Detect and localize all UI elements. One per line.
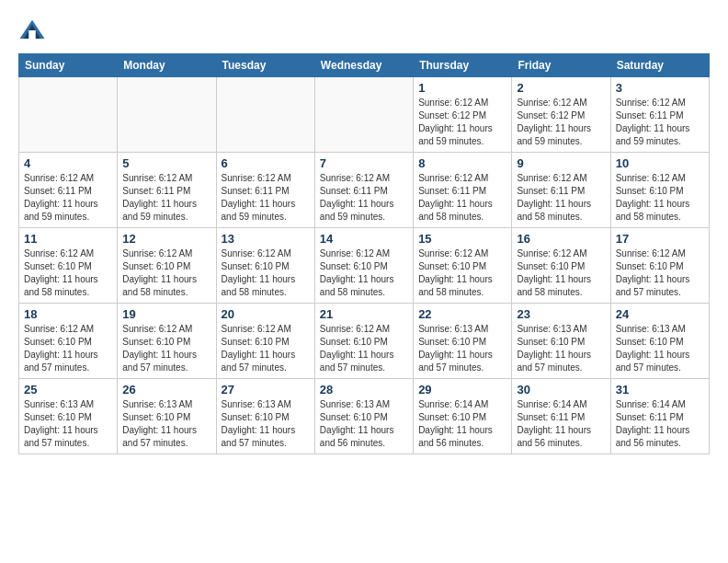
calendar-cell (314, 77, 413, 153)
day-number: 9 (517, 156, 605, 170)
calendar-cell (19, 77, 118, 153)
day-number: 27 (222, 383, 310, 396)
calendar-cell: 24Sunrise: 6:13 AMSunset: 6:10 PMDayligh… (610, 304, 709, 379)
cell-info: Sunrise: 6:12 AMSunset: 6:10 PMDaylight:… (222, 247, 310, 299)
calendar-cell: 18Sunrise: 6:12 AMSunset: 6:10 PMDayligh… (19, 304, 118, 379)
cell-info: Sunrise: 6:12 AMSunset: 6:10 PMDaylight:… (517, 247, 605, 299)
calendar-cell: 4Sunrise: 6:12 AMSunset: 6:11 PMDaylight… (19, 153, 118, 228)
cell-info: Sunrise: 6:12 AMSunset: 6:11 PMDaylight:… (320, 172, 408, 224)
day-number: 7 (320, 156, 408, 170)
calendar-cell (216, 77, 314, 153)
calendar-cell: 21Sunrise: 6:12 AMSunset: 6:10 PMDayligh… (314, 304, 413, 379)
cell-info: Sunrise: 6:12 AMSunset: 6:10 PMDaylight:… (320, 323, 408, 374)
cell-info: Sunrise: 6:12 AMSunset: 6:11 PMDaylight:… (24, 172, 112, 224)
calendar-cell: 14Sunrise: 6:12 AMSunset: 6:10 PMDayligh… (314, 228, 413, 304)
day-number: 12 (122, 232, 210, 246)
calendar-cell: 1Sunrise: 6:12 AMSunset: 6:12 PMDaylight… (414, 77, 512, 153)
day-number: 13 (222, 232, 310, 246)
calendar-cell: 25Sunrise: 6:13 AMSunset: 6:10 PMDayligh… (19, 379, 118, 454)
cell-info: Sunrise: 6:12 AMSunset: 6:10 PMDaylight:… (122, 323, 210, 374)
day-header-sunday: Sunday (19, 54, 118, 77)
cell-info: Sunrise: 6:13 AMSunset: 6:10 PMDaylight:… (517, 323, 605, 374)
day-header-monday: Monday (118, 54, 216, 77)
calendar-cell (118, 77, 216, 153)
header (18, 17, 710, 44)
cell-info: Sunrise: 6:13 AMSunset: 6:10 PMDaylight:… (616, 323, 704, 374)
cell-info: Sunrise: 6:12 AMSunset: 6:11 PMDaylight:… (616, 97, 704, 148)
calendar-cell: 5Sunrise: 6:12 AMSunset: 6:11 PMDaylight… (118, 153, 216, 228)
cell-info: Sunrise: 6:12 AMSunset: 6:10 PMDaylight:… (122, 247, 210, 299)
week-row-2: 4Sunrise: 6:12 AMSunset: 6:11 PMDaylight… (19, 153, 710, 228)
cell-info: Sunrise: 6:13 AMSunset: 6:10 PMDaylight:… (222, 398, 310, 450)
cell-info: Sunrise: 6:12 AMSunset: 6:10 PMDaylight:… (418, 247, 506, 299)
logo (18, 17, 50, 44)
day-number: 23 (517, 307, 605, 321)
calendar-cell: 31Sunrise: 6:14 AMSunset: 6:11 PMDayligh… (610, 379, 709, 454)
day-number: 16 (517, 232, 605, 246)
week-row-5: 25Sunrise: 6:13 AMSunset: 6:10 PMDayligh… (19, 379, 710, 454)
calendar-cell: 26Sunrise: 6:13 AMSunset: 6:10 PMDayligh… (118, 379, 216, 454)
day-number: 30 (517, 383, 605, 396)
week-row-1: 1Sunrise: 6:12 AMSunset: 6:12 PMDaylight… (19, 77, 710, 153)
calendar-cell: 11Sunrise: 6:12 AMSunset: 6:10 PMDayligh… (19, 228, 118, 304)
logo-icon (18, 17, 46, 44)
calendar-cell: 10Sunrise: 6:12 AMSunset: 6:10 PMDayligh… (610, 153, 709, 228)
calendar-cell: 27Sunrise: 6:13 AMSunset: 6:10 PMDayligh… (216, 379, 314, 454)
day-header-wednesday: Wednesday (314, 54, 413, 77)
calendar-cell: 13Sunrise: 6:12 AMSunset: 6:10 PMDayligh… (216, 228, 314, 304)
day-number: 1 (418, 81, 506, 95)
calendar-cell: 28Sunrise: 6:13 AMSunset: 6:10 PMDayligh… (314, 379, 413, 454)
cell-info: Sunrise: 6:13 AMSunset: 6:10 PMDaylight:… (320, 398, 408, 450)
day-header-thursday: Thursday (414, 54, 512, 77)
day-header-saturday: Saturday (610, 54, 709, 77)
cell-info: Sunrise: 6:12 AMSunset: 6:11 PMDaylight:… (222, 172, 310, 224)
calendar-cell: 23Sunrise: 6:13 AMSunset: 6:10 PMDayligh… (512, 304, 610, 379)
day-number: 29 (418, 383, 506, 396)
calendar-cell: 29Sunrise: 6:14 AMSunset: 6:10 PMDayligh… (414, 379, 512, 454)
cell-info: Sunrise: 6:12 AMSunset: 6:10 PMDaylight:… (320, 247, 408, 299)
cell-info: Sunrise: 6:14 AMSunset: 6:11 PMDaylight:… (616, 398, 704, 450)
day-number: 10 (616, 156, 704, 170)
cell-info: Sunrise: 6:12 AMSunset: 6:11 PMDaylight:… (122, 172, 210, 224)
calendar-cell: 6Sunrise: 6:12 AMSunset: 6:11 PMDaylight… (216, 153, 314, 228)
day-number: 21 (320, 307, 408, 321)
week-row-4: 18Sunrise: 6:12 AMSunset: 6:10 PMDayligh… (19, 304, 710, 379)
cell-info: Sunrise: 6:12 AMSunset: 6:10 PMDaylight:… (616, 172, 704, 224)
calendar-cell: 20Sunrise: 6:12 AMSunset: 6:10 PMDayligh… (216, 304, 314, 379)
cell-info: Sunrise: 6:12 AMSunset: 6:10 PMDaylight:… (616, 247, 704, 299)
day-number: 31 (616, 383, 704, 396)
cell-info: Sunrise: 6:14 AMSunset: 6:11 PMDaylight:… (517, 398, 605, 450)
calendar-cell: 8Sunrise: 6:12 AMSunset: 6:11 PMDaylight… (414, 153, 512, 228)
calendar-cell: 2Sunrise: 6:12 AMSunset: 6:12 PMDaylight… (512, 77, 610, 153)
day-header-friday: Friday (512, 54, 610, 77)
calendar-cell: 15Sunrise: 6:12 AMSunset: 6:10 PMDayligh… (414, 228, 512, 304)
calendar-cell: 16Sunrise: 6:12 AMSunset: 6:10 PMDayligh… (512, 228, 610, 304)
day-number: 28 (320, 383, 408, 396)
day-number: 19 (122, 307, 210, 321)
cell-info: Sunrise: 6:12 AMSunset: 6:10 PMDaylight:… (222, 323, 310, 374)
cell-info: Sunrise: 6:13 AMSunset: 6:10 PMDaylight:… (122, 398, 210, 450)
day-header-tuesday: Tuesday (216, 54, 314, 77)
calendar-cell: 17Sunrise: 6:12 AMSunset: 6:10 PMDayligh… (610, 228, 709, 304)
cell-info: Sunrise: 6:12 AMSunset: 6:12 PMDaylight:… (517, 97, 605, 148)
day-number: 26 (122, 383, 210, 396)
day-number: 6 (222, 156, 310, 170)
cell-info: Sunrise: 6:13 AMSunset: 6:10 PMDaylight:… (418, 323, 506, 374)
day-number: 11 (24, 232, 112, 246)
calendar-cell: 19Sunrise: 6:12 AMSunset: 6:10 PMDayligh… (118, 304, 216, 379)
cell-info: Sunrise: 6:12 AMSunset: 6:12 PMDaylight:… (418, 97, 506, 148)
calendar-cell: 30Sunrise: 6:14 AMSunset: 6:11 PMDayligh… (512, 379, 610, 454)
calendar-table: SundayMondayTuesdayWednesdayThursdayFrid… (18, 53, 710, 454)
calendar-cell: 22Sunrise: 6:13 AMSunset: 6:10 PMDayligh… (414, 304, 512, 379)
page: SundayMondayTuesdayWednesdayThursdayFrid… (0, 0, 728, 464)
cell-info: Sunrise: 6:12 AMSunset: 6:10 PMDaylight:… (24, 323, 112, 374)
cell-info: Sunrise: 6:13 AMSunset: 6:10 PMDaylight:… (24, 398, 112, 450)
calendar-cell: 3Sunrise: 6:12 AMSunset: 6:11 PMDaylight… (610, 77, 709, 153)
calendar-cell: 9Sunrise: 6:12 AMSunset: 6:11 PMDaylight… (512, 153, 610, 228)
calendar-cell: 7Sunrise: 6:12 AMSunset: 6:11 PMDaylight… (314, 153, 413, 228)
week-row-3: 11Sunrise: 6:12 AMSunset: 6:10 PMDayligh… (19, 228, 710, 304)
calendar-header-row: SundayMondayTuesdayWednesdayThursdayFrid… (19, 54, 710, 77)
cell-info: Sunrise: 6:12 AMSunset: 6:11 PMDaylight:… (418, 172, 506, 224)
day-number: 8 (418, 156, 506, 170)
day-number: 25 (24, 383, 112, 396)
